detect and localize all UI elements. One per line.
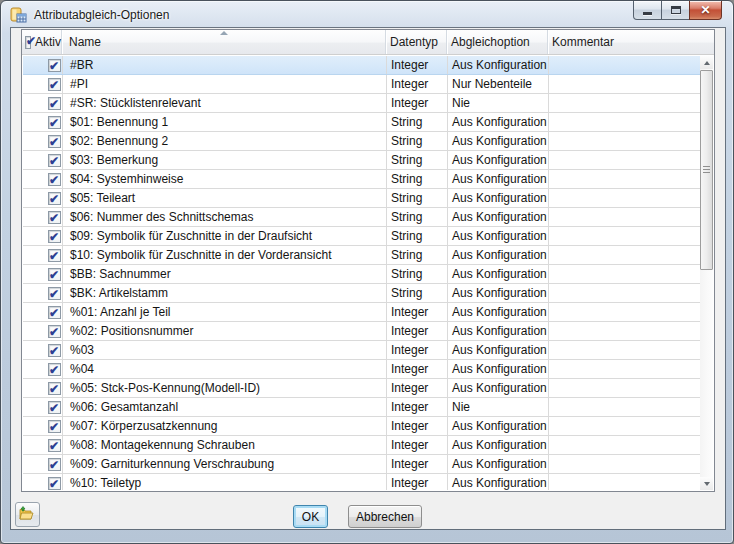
cell-kommentar bbox=[549, 132, 702, 150]
row-checkbox[interactable] bbox=[48, 154, 61, 167]
cell-aktiv bbox=[23, 436, 63, 454]
cell-datentyp: String bbox=[387, 284, 448, 302]
row-checkbox[interactable] bbox=[48, 116, 61, 129]
row-checkbox[interactable] bbox=[48, 382, 61, 395]
cell-name: $09: Symbolik für Zuschnitte in der Drau… bbox=[63, 227, 387, 245]
table-row[interactable]: $BB: Sachnummer String Aus Konfiguration bbox=[23, 265, 702, 284]
ok-button[interactable]: OK bbox=[293, 505, 328, 528]
table-row[interactable]: %07: Körperzusatzkennung Integer Aus Kon… bbox=[23, 417, 702, 436]
cell-name: %03 bbox=[63, 341, 387, 359]
cell-datentyp: Integer bbox=[387, 455, 448, 473]
column-header-label: Kommentar bbox=[552, 35, 614, 49]
minimize-button[interactable] bbox=[633, 1, 662, 20]
attribute-table: Aktiv Name Datentyp Abgleichoption Komme… bbox=[21, 29, 715, 492]
cell-abgleichoption: Aus Konfiguration bbox=[448, 322, 549, 340]
row-checkbox[interactable] bbox=[48, 173, 61, 186]
column-header-aktiv[interactable]: Aktiv bbox=[22, 30, 62, 54]
cell-aktiv bbox=[23, 151, 63, 169]
cell-aktiv bbox=[23, 246, 63, 264]
cell-datentyp: String bbox=[387, 170, 448, 188]
table-row[interactable]: $04: Systemhinweise String Aus Konfigura… bbox=[23, 170, 702, 189]
cell-kommentar bbox=[549, 246, 702, 264]
row-checkbox[interactable] bbox=[48, 439, 61, 452]
cell-datentyp: String bbox=[387, 265, 448, 283]
maximize-button[interactable] bbox=[661, 1, 690, 20]
table-row[interactable]: $01: Benennung 1 String Aus Konfiguratio… bbox=[23, 113, 702, 132]
table-row[interactable]: $03: Bemerkung String Aus Konfiguration bbox=[23, 151, 702, 170]
cell-aktiv bbox=[23, 56, 63, 74]
minimize-icon bbox=[643, 12, 652, 15]
cell-abgleichoption: Aus Konfiguration bbox=[448, 246, 549, 264]
scrollbar-thumb[interactable] bbox=[700, 70, 713, 270]
row-checkbox[interactable] bbox=[48, 211, 61, 224]
cancel-button[interactable]: Abbrechen bbox=[348, 505, 422, 528]
row-checkbox[interactable] bbox=[48, 325, 61, 338]
row-checkbox[interactable] bbox=[48, 420, 61, 433]
cell-abgleichoption: Aus Konfiguration bbox=[448, 56, 549, 74]
cell-aktiv bbox=[23, 284, 63, 302]
table-row[interactable]: %01: Anzahl je Teil Integer Aus Konfigur… bbox=[23, 303, 702, 322]
row-checkbox[interactable] bbox=[48, 401, 61, 414]
row-checkbox[interactable] bbox=[48, 59, 61, 72]
cell-datentyp: String bbox=[387, 151, 448, 169]
cell-kommentar bbox=[549, 436, 702, 454]
table-row[interactable]: $02: Benennung 2 String Aus Konfiguratio… bbox=[23, 132, 702, 151]
table-row[interactable]: $10: Symbolik für Zuschnitte in der Vord… bbox=[23, 246, 702, 265]
cell-kommentar bbox=[549, 303, 702, 321]
cell-kommentar bbox=[549, 170, 702, 188]
table-row[interactable]: %06: Gesamtanzahl Integer Nie bbox=[23, 398, 702, 417]
column-header-datentyp[interactable]: Datentyp bbox=[386, 30, 447, 54]
cell-name: %06: Gesamtanzahl bbox=[63, 398, 387, 416]
cell-aktiv bbox=[23, 322, 63, 340]
scroll-down-button[interactable] bbox=[700, 477, 713, 490]
cell-name: $BK: Artikelstamm bbox=[63, 284, 387, 302]
row-checkbox[interactable] bbox=[48, 268, 61, 281]
row-checkbox[interactable] bbox=[48, 477, 61, 490]
table-row[interactable]: $BK: Artikelstamm String Aus Konfigurati… bbox=[23, 284, 702, 303]
table-row[interactable]: %02: Positionsnummer Integer Aus Konfigu… bbox=[23, 322, 702, 341]
column-header-name[interactable]: Name bbox=[62, 30, 386, 54]
row-checkbox[interactable] bbox=[48, 230, 61, 243]
table-row[interactable]: $09: Symbolik für Zuschnitte in der Drau… bbox=[23, 227, 702, 246]
row-checkbox[interactable] bbox=[48, 287, 61, 300]
row-checkbox[interactable] bbox=[48, 306, 61, 319]
row-checkbox[interactable] bbox=[48, 97, 61, 110]
select-all-checkbox[interactable] bbox=[25, 36, 31, 49]
cell-kommentar bbox=[549, 474, 702, 490]
row-checkbox[interactable] bbox=[48, 192, 61, 205]
row-checkbox[interactable] bbox=[48, 78, 61, 91]
row-checkbox[interactable] bbox=[48, 135, 61, 148]
row-checkbox[interactable] bbox=[48, 344, 61, 357]
table-row[interactable]: %10: Teiletyp Integer Aus Konfiguration bbox=[23, 474, 702, 490]
row-checkbox[interactable] bbox=[48, 249, 61, 262]
titlebar[interactable]: Attributabgleich-Optionen ✕ bbox=[1, 1, 733, 28]
cell-aktiv bbox=[23, 341, 63, 359]
row-checkbox[interactable] bbox=[48, 458, 61, 471]
table-row[interactable]: $06: Nummer des Schnittschemas String Au… bbox=[23, 208, 702, 227]
table-row[interactable]: #PI Integer Nur Nebenteile bbox=[23, 75, 702, 94]
close-button[interactable]: ✕ bbox=[689, 1, 722, 20]
table-row[interactable]: %05: Stck-Pos-Kennung(Modell-ID) Integer… bbox=[23, 379, 702, 398]
vertical-scrollbar[interactable] bbox=[700, 56, 713, 490]
column-header-kommentar[interactable]: Kommentar bbox=[548, 30, 714, 54]
scroll-up-button[interactable] bbox=[700, 56, 713, 69]
table-row[interactable]: #SR: Stücklistenrelevant Integer Nie bbox=[23, 94, 702, 113]
table-row[interactable]: %08: Montagekennung Schrauben Integer Au… bbox=[23, 436, 702, 455]
table-row[interactable]: %04 Integer Aus Konfiguration bbox=[23, 360, 702, 379]
cell-abgleichoption: Aus Konfiguration bbox=[448, 284, 549, 302]
column-header-label: Name bbox=[69, 35, 101, 49]
column-header-abgleichoption[interactable]: Abgleichoption bbox=[447, 30, 548, 54]
table-row[interactable]: #BR Integer Aus Konfiguration bbox=[23, 56, 702, 75]
table-row[interactable]: %03 Integer Aus Konfiguration bbox=[23, 341, 702, 360]
cell-abgleichoption: Aus Konfiguration bbox=[448, 360, 549, 378]
arrow-up-icon bbox=[704, 61, 710, 65]
load-config-button[interactable] bbox=[15, 502, 40, 527]
cell-kommentar bbox=[549, 379, 702, 397]
cell-kommentar bbox=[549, 113, 702, 131]
cell-datentyp: String bbox=[387, 246, 448, 264]
table-row[interactable]: $05: Teileart String Aus Konfiguration bbox=[23, 189, 702, 208]
table-row[interactable]: %09: Garniturkennung Verschraubung Integ… bbox=[23, 455, 702, 474]
cell-kommentar bbox=[549, 227, 702, 245]
row-checkbox[interactable] bbox=[48, 363, 61, 376]
cell-aktiv bbox=[23, 417, 63, 435]
